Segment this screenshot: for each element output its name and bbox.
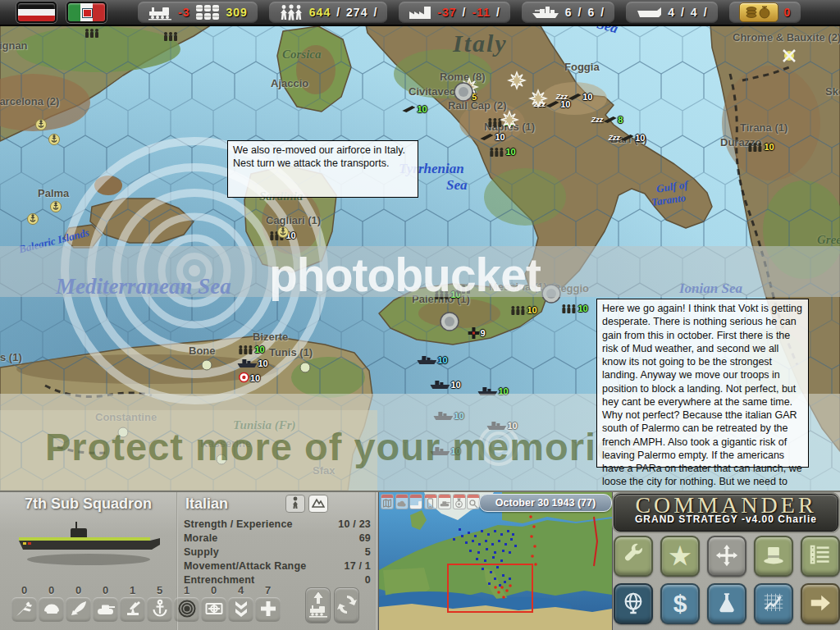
chevrons-icon	[231, 599, 251, 621]
resource-value: 4	[668, 6, 675, 19]
rail-transport-button[interactable]	[305, 587, 331, 623]
statistics-chart-button[interactable]	[754, 583, 793, 624]
map-unit-zplane[interactable]: Zzz10	[556, 92, 593, 102]
city-dot-icon	[201, 359, 212, 371]
burst-icon	[528, 89, 548, 108]
reserve-rifle-button[interactable]	[11, 597, 37, 622]
map-unit-inf[interactable]: 10	[560, 304, 587, 313]
world-globe-button[interactable]	[614, 583, 653, 624]
italy-flag[interactable]	[66, 2, 107, 23]
rifle-icon	[15, 599, 34, 621]
cycle-units-button[interactable]	[334, 587, 359, 623]
reserve-count: 4	[238, 584, 244, 596]
minimap-tool-cloud-button[interactable]	[395, 494, 409, 509]
map-unit-plane[interactable]: 10	[479, 132, 504, 142]
map-label: Ajaccio	[271, 77, 308, 89]
reserve-radar-button[interactable]	[174, 597, 199, 622]
unit-strength: 8	[618, 115, 623, 125]
map-label: s (1)	[0, 351, 22, 363]
unit-strength: 10	[250, 372, 260, 382]
unit-strength: 10	[527, 305, 536, 315]
elite-star-button[interactable]: ★	[660, 536, 700, 577]
resource-value: /	[681, 6, 685, 19]
map-unit-inf[interactable]	[162, 31, 179, 41]
map-unit-zplane[interactable]: Zzz10	[609, 133, 646, 143]
minimap-tool-train-button[interactable]	[409, 494, 422, 509]
unit-info-button[interactable]	[285, 495, 305, 513]
selected-unit-title: 7th Sub Squadron	[0, 495, 176, 513]
city-big-icon	[440, 312, 459, 331]
reserve-divebomber-button[interactable]	[66, 597, 91, 622]
reserve-count: 0	[211, 584, 217, 596]
reserve-count: 0	[48, 584, 54, 596]
map-unit-roundel[interactable]: 10	[239, 372, 260, 383]
unit-stat-row: Morale69	[184, 532, 371, 546]
move-mode-button[interactable]	[707, 536, 746, 577]
resource-value: 309	[226, 6, 247, 19]
reserve-aagun-button[interactable]	[120, 597, 145, 622]
unit-stat-row: Strength / Experience10 / 23	[184, 518, 371, 532]
refresh-icon	[336, 592, 358, 619]
minimap-tool-map-button[interactable]	[381, 494, 394, 509]
map-unit-zplane[interactable]: Zzz8	[591, 115, 623, 125]
map-unit-ship[interactable]: 10	[237, 358, 267, 368]
options-wrench-button[interactable]	[614, 536, 653, 577]
warship-icon	[532, 5, 559, 20]
map-unit-inf[interactable]: 10	[509, 305, 536, 315]
photobucket-slogan-text: Protect more of your memories	[45, 424, 641, 469]
end-turn-button[interactable]	[801, 583, 840, 624]
map-unit-ship[interactable]: 10	[430, 380, 460, 390]
stat-label: Strength / Experience	[184, 518, 293, 532]
flask-icon	[714, 591, 739, 618]
resource-group: 6/6/	[522, 2, 614, 23]
reserve-chevrons-button[interactable]	[228, 597, 253, 622]
resource-value: /	[463, 6, 467, 19]
reserve-count: 0	[103, 584, 108, 596]
player-note-strategy: Here we go again! I think that Vokt is g…	[596, 299, 809, 468]
map-label: Cagliari (1)	[266, 214, 321, 226]
map-unit-inf[interactable]: 10	[746, 142, 774, 152]
reserve-tank-button[interactable]	[93, 597, 118, 622]
map-label: Tunis (1)	[269, 346, 313, 358]
port-icon	[35, 119, 48, 131]
hex-map[interactable]: PerpignanBarcelona (2)PalmaBalearic Isla…	[0, 25, 840, 491]
divebomber-icon	[69, 599, 89, 621]
minimap-tool-phone-button[interactable]	[424, 494, 437, 509]
research-flask-button[interactable]	[707, 583, 746, 624]
map-unit-inf[interactable]	[84, 28, 100, 38]
burst-icon	[507, 71, 527, 90]
reserve-anchor-button[interactable]	[147, 597, 172, 622]
unit-strength: 10	[417, 104, 427, 114]
terrain-view-button[interactable]	[308, 495, 328, 513]
stat-value: 10 / 23	[338, 518, 371, 532]
map-unit-plane[interactable]: 10	[401, 104, 427, 114]
photobucket-watermark-text: photobucket	[269, 248, 541, 302]
factory-icon	[409, 5, 431, 20]
map-unit-ship[interactable]: 10	[417, 355, 447, 365]
map-unit-inf[interactable]: 10	[488, 147, 515, 157]
reserve-helmet-button[interactable]	[39, 597, 64, 622]
economy-dollar-button[interactable]: $	[660, 583, 700, 624]
minimap-tool-medal-button[interactable]	[453, 494, 466, 509]
reserve-count: 1	[184, 584, 189, 596]
map-unit-art[interactable]: 9	[468, 327, 485, 339]
reserve-plus-button[interactable]	[255, 597, 281, 622]
game-subtitle: GRAND STRATEGY -v4.00 Charlie	[614, 514, 838, 525]
map-unit-inf[interactable]: 10	[237, 345, 264, 354]
gold-icon[interactable]	[739, 2, 778, 22]
submarine-portrait	[7, 517, 171, 568]
resource-value: /	[704, 6, 708, 19]
minimap-tool-tank-button[interactable]	[438, 494, 451, 509]
minimap-tool-magnifier-button[interactable]	[467, 494, 480, 509]
star-icon: ★	[669, 544, 692, 568]
germany-flag[interactable]	[16, 2, 57, 23]
minimap[interactable]: October 30 1943 (77)	[378, 492, 613, 630]
resource-value: /	[578, 6, 582, 19]
map-label: Corsica	[282, 48, 322, 62]
resource-value: 6	[587, 6, 595, 19]
map-label: Barcelona (2)	[0, 95, 59, 107]
reserve-bombsight-button[interactable]	[201, 597, 226, 622]
orders-list-button[interactable]	[801, 536, 840, 577]
commanders-hat-button[interactable]	[754, 536, 793, 577]
resource-value: -11	[472, 6, 490, 19]
